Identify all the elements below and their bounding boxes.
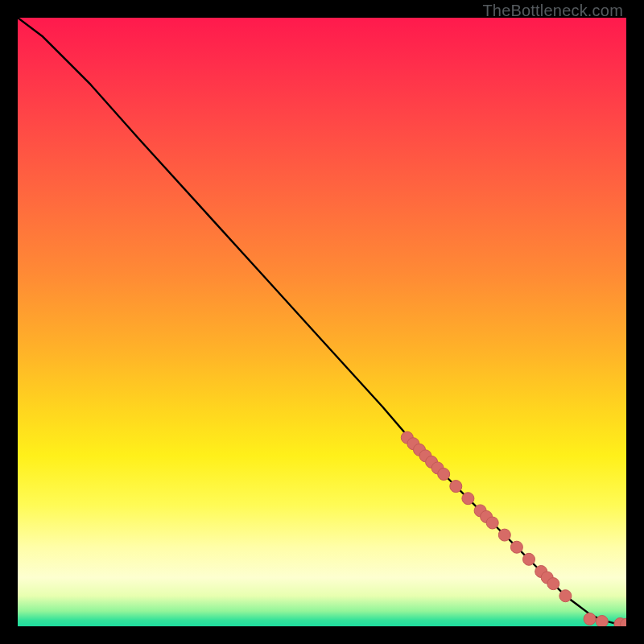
chart-marker <box>450 481 462 493</box>
chart-frame: TheBottleneck.com <box>0 0 644 644</box>
chart-markers <box>401 431 626 626</box>
chart-marker <box>523 553 535 565</box>
chart-marker <box>498 529 510 541</box>
chart-marker <box>596 616 608 627</box>
chart-overlay <box>18 18 626 626</box>
plot-area <box>18 18 626 626</box>
chart-marker <box>547 578 559 590</box>
chart-marker <box>486 517 498 529</box>
chart-marker <box>559 590 572 602</box>
chart-line <box>18 18 626 625</box>
chart-marker <box>510 541 522 553</box>
chart-marker <box>438 469 450 481</box>
chart-marker <box>462 493 474 505</box>
chart-marker <box>584 613 596 625</box>
